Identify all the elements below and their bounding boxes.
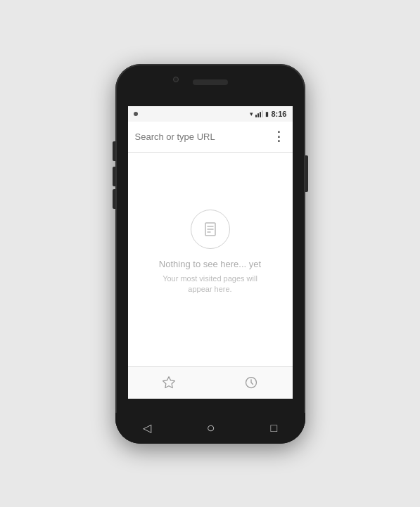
wifi-icon: ▾ <box>250 110 253 117</box>
phone-screen: ▾ ▮ 8:16 ⋮ <box>128 106 293 399</box>
front-camera <box>173 77 179 82</box>
history-button[interactable] <box>243 374 260 391</box>
document-icon <box>202 221 219 238</box>
notification-icon <box>134 112 138 116</box>
status-bar: ▾ ▮ 8:16 <box>128 106 293 122</box>
speaker <box>193 79 228 85</box>
clock-icon <box>244 376 258 390</box>
main-content: Nothing to see here... yet Your most vis… <box>128 153 293 366</box>
signal-icon <box>255 110 263 117</box>
empty-state-subtitle: Your most visited pages will appear here… <box>154 274 267 295</box>
battery-icon: ▮ <box>265 110 269 117</box>
home-button[interactable]: ○ <box>207 420 215 436</box>
status-right: ▾ ▮ 8:16 <box>250 110 286 118</box>
svg-marker-4 <box>163 377 175 388</box>
recents-button[interactable]: □ <box>270 422 277 435</box>
bottom-nav <box>128 366 293 399</box>
url-bar[interactable]: ⋮ <box>128 122 293 153</box>
phone-device: ▾ ▮ 8:16 ⋮ <box>115 64 305 444</box>
android-nav-bar: ◁ ○ □ <box>115 413 305 444</box>
empty-state-title: Nothing to see here... yet <box>159 259 261 269</box>
more-options-icon[interactable]: ⋮ <box>272 129 286 144</box>
status-left <box>134 112 138 116</box>
back-button[interactable]: ◁ <box>143 421 151 435</box>
status-time: 8:16 <box>271 110 286 118</box>
bookmark-button[interactable] <box>160 374 177 391</box>
star-icon <box>162 376 176 390</box>
empty-state-icon-circle <box>191 210 230 249</box>
url-input[interactable] <box>135 131 267 142</box>
